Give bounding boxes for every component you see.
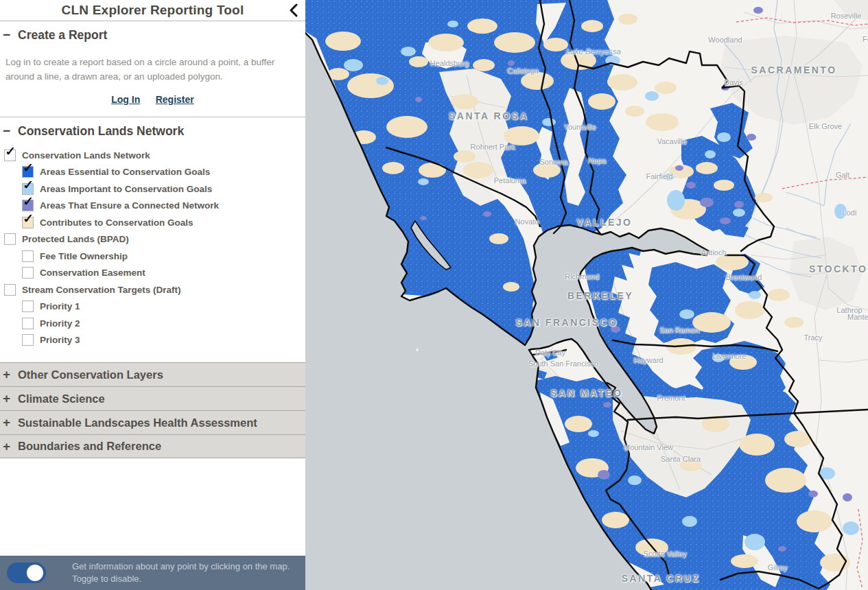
section-label: Climate Science (18, 392, 105, 405)
layer-label: Priority 3 (40, 335, 80, 345)
layer-row: ✓Conservation Lands Network (4, 147, 305, 164)
expand-plus-icon: + (3, 391, 18, 406)
section-label: Sustainable Landscapes Health Assessment (18, 416, 257, 429)
checkmark-icon: ✓ (23, 194, 34, 208)
title-bar: CLN Explorer Reporting Tool (0, 0, 305, 21)
expand-plus-icon: + (3, 367, 18, 382)
cln-section-title: Conservation Lands Network (18, 124, 184, 139)
layer-checkbox[interactable] (22, 318, 34, 329)
checkmark-icon: ✓ (23, 161, 34, 174)
layer-label: Contributes to Conservation Goals (40, 217, 193, 228)
cln-explorer-app: CLN Explorer Reporting Tool − Create a R… (0, 0, 868, 590)
layer-row: Priority 3 (22, 332, 305, 349)
layer-checkbox[interactable]: ✓ (22, 217, 34, 228)
layer-row: Conservation Easement (22, 265, 305, 282)
layer-checkbox[interactable]: ✓ (22, 200, 34, 211)
layer-label: Stream Conservation Targets (Draft) (22, 285, 181, 295)
layer-row: ✓Areas Essential to Conservation Goals (22, 164, 305, 181)
layer-row: ✓Areas That Ensure a Connected Network (22, 198, 305, 215)
auth-links: Log In Register (0, 93, 305, 106)
expand-plus-icon: + (3, 439, 18, 454)
layer-label: Priority 2 (40, 318, 80, 329)
layer-checkbox[interactable] (22, 250, 34, 262)
layer-checkbox[interactable]: ✓ (4, 150, 16, 161)
log-in-link[interactable]: Log In (111, 94, 140, 105)
layer-label: Protected Lands (BPAD) (22, 234, 129, 244)
sidebar: CLN Explorer Reporting Tool − Create a R… (0, 0, 305, 590)
layer-label: Areas Essential to Conservation Goals (40, 167, 210, 177)
checkmark-icon: ✓ (5, 144, 16, 158)
map-canvas[interactable]: SACRAMENTOSANTA ROSAVALLEJOBERKELEYSAN F… (305, 0, 868, 590)
identify-toggle[interactable] (7, 563, 46, 583)
layer-row: ✓Contributes to Conservation Goals (22, 214, 305, 231)
collapse-minus-icon: − (3, 123, 18, 139)
collapsed-section-sustainable-landscapes-health-assessment[interactable]: +Sustainable Landscapes Health Assessmen… (0, 410, 305, 434)
layer-row: Protected Lands (BPAD) (4, 231, 305, 248)
expand-plus-icon: + (3, 415, 18, 430)
layer-row: Fee Title Ownership (22, 248, 305, 265)
create-report-header[interactable]: − Create a Report (0, 21, 305, 48)
toggle-knob (27, 565, 43, 581)
layer-row: Priority 2 (22, 315, 305, 332)
collapsed-section-other-conservation-layers[interactable]: +Other Conservation Layers (0, 362, 305, 386)
section-label: Other Conservation Layers (18, 368, 163, 381)
collapsed-sections: +Other Conservation Layers+Climate Scien… (0, 362, 305, 458)
layer-checkbox[interactable] (22, 334, 34, 346)
map-click-info-bar: Get information about any point by click… (0, 556, 305, 590)
layer-row: Priority 1 (22, 298, 305, 316)
create-report-description: Log in to create a report based on a cir… (5, 55, 298, 84)
islet (416, 349, 419, 351)
checkmark-icon: ✓ (23, 178, 34, 191)
section-label: Boundaries and Reference (18, 440, 161, 453)
layer-checkbox[interactable] (22, 300, 34, 312)
layer-list: ✓Conservation Lands Network✓Areas Essent… (0, 147, 305, 349)
create-report-title: Create a Report (18, 28, 107, 43)
layer-checkbox[interactable]: ✓ (22, 166, 34, 178)
footer-message: Get information about any point by click… (72, 560, 303, 585)
collapsed-section-boundaries-and-reference[interactable]: +Boundaries and Reference (0, 434, 305, 458)
layer-label: Fee Title Ownership (40, 251, 128, 261)
layer-label: Priority 1 (40, 301, 80, 311)
collapse-minus-icon: − (3, 27, 18, 43)
checkmark-icon: ✓ (23, 211, 34, 225)
layer-label: Areas Important to Conservation Goals (40, 184, 212, 194)
layer-row: ✓Areas Important to Conservation Goals (22, 180, 305, 198)
layer-label: Areas That Ensure a Connected Network (40, 200, 219, 211)
register-link[interactable]: Register (156, 94, 194, 105)
layer-checkbox[interactable] (22, 267, 34, 279)
map-graphic (305, 0, 868, 590)
sidebar-collapse-button[interactable] (286, 3, 301, 18)
cln-section-header[interactable]: − Conservation Lands Network (0, 117, 305, 144)
layer-label: Conservation Lands Network (22, 150, 150, 161)
layer-row: Stream Conservation Targets (Draft) (4, 281, 305, 298)
layer-label: Conservation Easement (40, 268, 145, 278)
collapsed-section-climate-science[interactable]: +Climate Science (0, 386, 305, 410)
chevron-left-icon (289, 3, 298, 18)
layer-checkbox[interactable]: ✓ (22, 183, 34, 195)
layer-checkbox[interactable] (4, 233, 16, 245)
app-title: CLN Explorer Reporting Tool (62, 3, 244, 18)
layer-checkbox[interactable] (4, 284, 16, 296)
